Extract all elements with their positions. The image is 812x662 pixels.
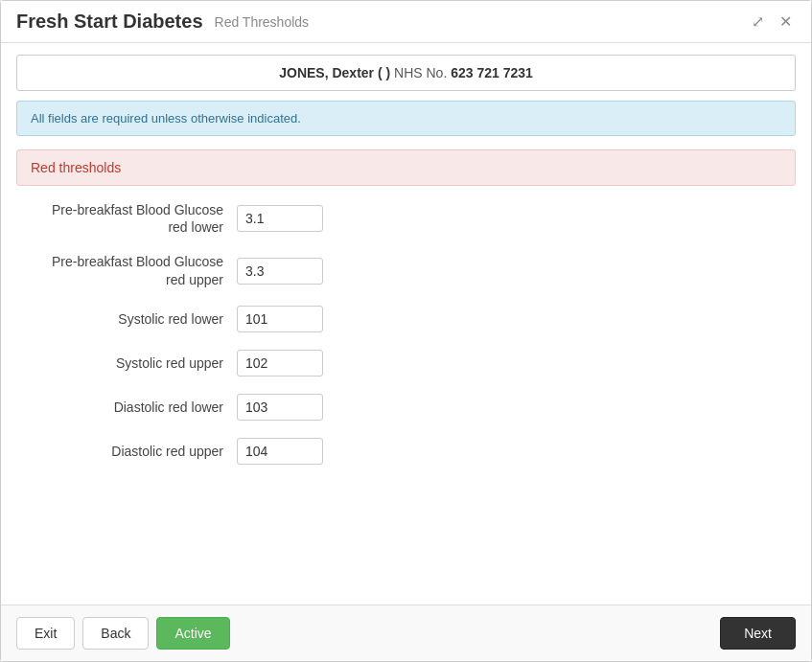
back-button[interactable]: Back xyxy=(82,617,149,650)
input-systolic-upper[interactable] xyxy=(237,350,323,377)
expand-button[interactable]: ⤢ xyxy=(748,11,768,33)
label-systolic-upper: Systolic red upper xyxy=(16,354,237,372)
active-button[interactable]: Active xyxy=(156,617,229,650)
input-diastolic-lower[interactable] xyxy=(237,394,323,421)
section-title: Red thresholds xyxy=(31,160,121,175)
input-pre-breakfast-lower[interactable] xyxy=(237,205,323,232)
label-diastolic-lower: Diastolic red lower xyxy=(16,399,237,416)
patient-bar: JONES, Dexter ( ) NHS No. 623 721 7231 xyxy=(16,55,796,91)
patient-nhs-label: NHS No. xyxy=(394,65,451,80)
section-header: Red thresholds xyxy=(16,149,796,186)
form-row-pre-breakfast-upper: Pre-breakfast Blood Glucosered upper xyxy=(16,253,796,287)
label-pre-breakfast-upper: Pre-breakfast Blood Glucosered upper xyxy=(16,253,237,287)
modal-title: Fresh Start Diabetes xyxy=(16,11,203,33)
label-diastolic-upper: Diastolic red upper xyxy=(16,443,237,460)
form-row-diastolic-lower: Diastolic red lower xyxy=(16,394,796,421)
footer-left-buttons: Exit Back Active xyxy=(16,617,230,650)
modal-header: Fresh Start Diabetes Red Thresholds ⤢ ✕ xyxy=(1,1,811,43)
form-row-pre-breakfast-lower: Pre-breakfast Blood Glucosered lower xyxy=(16,201,796,236)
patient-name: JONES, Dexter ( ) xyxy=(279,65,390,80)
modal-footer: Exit Back Active Next xyxy=(1,605,811,661)
info-banner-text: All fields are required unless otherwise… xyxy=(31,111,301,126)
patient-nhs-number: 623 721 7231 xyxy=(451,65,533,80)
input-diastolic-upper[interactable] xyxy=(237,438,323,465)
modal-subtitle: Red Thresholds xyxy=(215,14,310,30)
next-button[interactable]: Next xyxy=(720,617,796,650)
modal-container: Fresh Start Diabetes Red Thresholds ⤢ ✕ … xyxy=(0,0,812,662)
header-icons: ⤢ ✕ xyxy=(748,11,796,33)
label-systolic-lower: Systolic red lower xyxy=(16,310,237,328)
label-pre-breakfast-lower: Pre-breakfast Blood Glucosered lower xyxy=(16,201,237,236)
form-row-diastolic-upper: Diastolic red upper xyxy=(16,438,796,465)
input-systolic-lower[interactable] xyxy=(237,306,323,332)
exit-button[interactable]: Exit xyxy=(16,617,75,650)
form-row-systolic-upper: Systolic red upper xyxy=(16,350,796,377)
form-row-systolic-lower: Systolic red lower xyxy=(16,306,796,332)
form-area: Pre-breakfast Blood Glucosered lower Pre… xyxy=(1,186,811,605)
close-button[interactable]: ✕ xyxy=(776,11,796,33)
header-left: Fresh Start Diabetes Red Thresholds xyxy=(16,11,309,33)
info-banner: All fields are required unless otherwise… xyxy=(16,101,796,136)
input-pre-breakfast-upper[interactable] xyxy=(237,258,323,285)
